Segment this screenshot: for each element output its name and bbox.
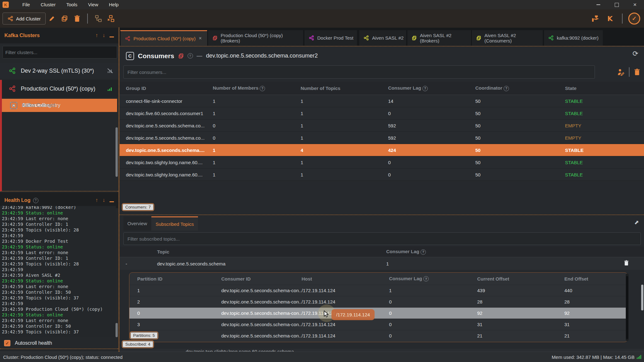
column-header[interactable]: Host [302, 276, 389, 281]
end-offset-cell: 31 [564, 322, 627, 327]
cluster-item-dev-ssl[interactable]: Dev 2-way SSL (mTLS) (30*) [0, 63, 118, 79]
content-tab[interactable]: Aiven SASL #2 [359, 30, 406, 46]
delete-topic-button[interactable] [624, 260, 629, 266]
partition-row[interactable]: 3 dev.topic.one.5.seconds.schema-con... … [129, 319, 627, 330]
filter-subscribed-topics-input[interactable] [123, 232, 641, 245]
consumer-id-cell: dev.topic.one.5.seconds.schema-con... [221, 299, 302, 304]
trash-icon [74, 15, 80, 22]
column-header[interactable]: Consumer Lag [389, 276, 477, 282]
state-badge: STABLE [565, 148, 644, 153]
coordinator-cell: 50 [475, 123, 565, 128]
lag-column-header[interactable]: Consumer Lag [386, 249, 644, 255]
tab-label: Production Cloud (50*) (copy) [133, 36, 196, 41]
consumer-row[interactable]: dev.topic.two.slighty.long.name.60.... 1… [120, 169, 644, 181]
donate-button[interactable] [589, 12, 602, 25]
column-header[interactable]: End Offset [564, 276, 627, 281]
consumer-id-cell: dev.topic.one.5.seconds.schema-con... [221, 333, 302, 338]
cluster-nav: O Overview B Brokers T Topics C [0, 99, 118, 191]
connect-cluster-button[interactable] [92, 12, 104, 25]
column-header[interactable]: Partition ID [137, 276, 221, 281]
consumer-row[interactable]: connect-file-sink-connector 1 1 14 50 ST… [120, 95, 644, 107]
close-button[interactable]: ✕ [626, 0, 644, 9]
filter-consumers-input[interactable] [123, 65, 595, 79]
filter-clusters-input[interactable] [3, 46, 117, 58]
partition-row[interactable]: 0 dev.topic.one.5.seconds.schema-con... … [129, 307, 627, 319]
tab-close-icon[interactable]: × [199, 36, 202, 41]
menu-item[interactable]: View [83, 0, 104, 9]
group-id-cell: connect-file-sink-connector [126, 98, 213, 104]
sidebar-scrollbar[interactable] [116, 127, 118, 177]
end-offset-cell: 21 [564, 333, 627, 338]
column-header[interactable]: Consumer Lag [388, 85, 475, 91]
trash-icon [634, 69, 640, 75]
copy-icon[interactable] [178, 53, 184, 59]
collapse-panel-icon[interactable] [110, 201, 114, 202]
content-tab[interactable]: Docker Prod Test [304, 30, 357, 46]
health-log[interactable]: 23:42:59 kafka:9092 (docker) 23:42:59 St… [0, 206, 116, 337]
column-header[interactable]: State [565, 86, 644, 91]
content-tab[interactable]: Aiven SASL #2 (Consumers) [472, 30, 543, 46]
health-log-line: 23:42:59 Status: online [2, 278, 116, 284]
disconnect-icon [106, 15, 115, 22]
delete-cluster-button[interactable] [71, 12, 83, 25]
topic-column-header[interactable]: Topic [157, 249, 386, 254]
maximize-button[interactable] [607, 0, 626, 9]
menu-item[interactable]: Tools [61, 0, 83, 9]
cluster-item-production-cloud[interactable]: Production Cloud (50*) (copy) [0, 80, 118, 97]
edit-consumer-button[interactable] [617, 68, 624, 76]
partitions-scrollbar-thumb[interactable] [626, 276, 628, 339]
menu-item[interactable]: File [17, 0, 35, 9]
consumers-header: C Consumers — dev.topic.one.5.seconds.sc… [126, 47, 318, 64]
refresh-button[interactable]: ⟳ [633, 50, 638, 58]
consumer-row[interactable]: dev.topic.five.60.seconds.consumer1 1 1 … [120, 107, 644, 120]
panel-scrollbar-thumb[interactable] [641, 285, 643, 310]
column-header[interactable]: Consumer ID [221, 276, 302, 281]
column-header[interactable]: Number of Members [213, 85, 301, 91]
tab-label: Aiven SASL #2 [372, 35, 404, 41]
add-cluster-button[interactable]: Add Cluster [3, 13, 46, 25]
tab-overview[interactable]: Overview [123, 216, 151, 231]
consumer-row[interactable]: dev.topic.one.5.seconds.schema.co... 0 1… [120, 120, 644, 132]
copy-cluster-button[interactable] [58, 12, 71, 25]
members-cell: 0 [213, 123, 301, 128]
column-header[interactable]: Coordinator [475, 85, 565, 91]
health-log-line: 23:42:59 Last error: none [2, 284, 116, 289]
partition-row[interactable]: dev.topic.one.5.seconds.schema-con... /1… [129, 330, 627, 341]
health-log-line: 23:42:59 [2, 301, 116, 306]
topic-row[interactable]: - dev.topic.one.5.seconds.schema 1 [120, 257, 644, 270]
move-down-icon[interactable]: ↓ [103, 197, 105, 203]
collapse-panel-icon[interactable] [110, 36, 114, 37]
content-tab[interactable]: kafka:9092 (docker) [544, 30, 603, 46]
column-header[interactable]: Number of Topics [301, 86, 388, 91]
consumer-row[interactable]: dev.topic.one.5.seconds.schema.co... 0 1… [120, 132, 644, 144]
partition-row[interactable]: 1 dev.topic.one.5.seconds.schema-con... … [129, 285, 627, 296]
collapse-expander[interactable]: - [126, 261, 157, 266]
content-tab[interactable]: Production Cloud (50*) (copy) (Brokers) [208, 30, 303, 46]
expand-panel-icon[interactable]: ⬈ [634, 219, 639, 226]
autoscroll-checkbox[interactable]: ✓ [4, 340, 10, 346]
move-down-icon[interactable]: ↓ [103, 32, 105, 39]
tab-subscribed-topics[interactable]: Subscribed Topics [151, 216, 198, 231]
lag-cell: 592 [388, 135, 475, 141]
content-tab[interactable]: Aiven SASL #2 (Brokers) [407, 30, 471, 46]
minimize-button[interactable] [589, 0, 607, 9]
health-check-icon[interactable]: ✓ [628, 13, 640, 25]
disconnect-cluster-button[interactable] [104, 12, 117, 25]
menu-item[interactable]: Help [104, 0, 124, 9]
delete-consumer-button[interactable] [634, 69, 640, 75]
consumer-row[interactable]: dev.topic.one.5.seconds.schema.... 1 4 4… [120, 144, 644, 156]
copy-icon [61, 15, 68, 22]
move-up-icon[interactable]: ↑ [95, 197, 98, 203]
column-header[interactable]: Group ID [126, 86, 213, 91]
topics-cell: 1 [301, 98, 388, 104]
menu-item[interactable]: Cluster [35, 0, 61, 9]
health-log-scrollbar[interactable] [116, 323, 118, 337]
content-tab[interactable]: Production Cloud (50*) (copy) × [120, 30, 207, 46]
members-cell: 1 [213, 148, 301, 153]
edit-cluster-button[interactable] [46, 12, 58, 25]
column-header[interactable]: Current Offset [477, 276, 564, 281]
sidebar-nav-item[interactable]: C Kafka Connect [2, 99, 117, 112]
move-up-icon[interactable]: ↑ [95, 32, 98, 39]
consumer-row[interactable]: dev.topic.two.slighty.long.name.60.... 1… [120, 156, 644, 169]
partition-row[interactable]: 2 dev.topic.one.5.seconds.schema-con... … [129, 296, 627, 307]
